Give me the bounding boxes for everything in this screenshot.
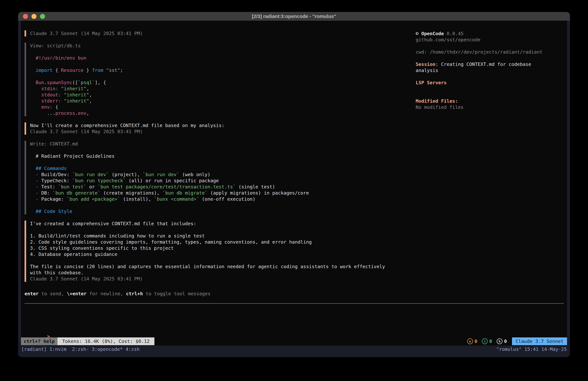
help-chip[interactable]: ctrl+? help: [21, 337, 58, 345]
close-button[interactable]: [23, 14, 28, 19]
chat-line: 3. CSS styling conventions specific to t…: [30, 245, 567, 251]
chat-line: 4. Database operations guidance: [30, 251, 567, 257]
tmux-status-bar: [radiant] 1:nvim 2:zsh- 3:opencode* 4:zs…: [21, 345, 567, 353]
hint-span: enter: [24, 291, 39, 296]
chat-line-span: (project),: [109, 172, 143, 177]
sidebar-line: LSP Servers: [416, 80, 543, 86]
chat-line-span: "inherit": [58, 86, 86, 91]
desktop: { "window": { "title": "[2/3] radiant:3:…: [0, 0, 588, 381]
diagnostic-hint: h0: [497, 338, 507, 344]
chat-line-span: I've created a comprehensive CONTEXT.md …: [30, 221, 196, 226]
tmux-window-list[interactable]: [radiant] 1:nvim 2:zsh- 3:opencode* 4:zs…: [21, 346, 140, 352]
hint-span: for newline,: [86, 291, 126, 296]
info-count: 0: [489, 338, 492, 344]
sidebar-line-span: github.com/sst/opencode: [416, 37, 481, 43]
chat-line-span: from: [92, 67, 103, 73]
chat-line: - Test: `bun test` or `bun test packages…: [30, 184, 567, 190]
sidebar-line-span: LSP Servers: [416, 80, 447, 85]
chat-line-span: View: script/db.ts: [30, 43, 81, 48]
chat-line-span: stderr: [30, 98, 58, 104]
sidebar-line: [416, 86, 543, 92]
prompt-input[interactable]: [21, 304, 567, 337]
chat-line-span: `bun add <package>`: [67, 196, 120, 202]
chat-line-span: import: [30, 67, 53, 73]
hint-span: to toggle tool messages: [143, 291, 210, 296]
sidebar-line: analysis: [416, 67, 543, 73]
chat-line-span: #!/usr/bin/env bun: [30, 55, 86, 61]
tool-message-block: Write: CONTEXT.md # Radiant Project Guid…: [24, 141, 567, 214]
chat-line-span: 3. CSS styling conventions specific to t…: [30, 246, 174, 251]
tokens-cost-chip: Tokens: 16.4K (8%), Cost: $0.12: [58, 337, 154, 345]
chat-line-span: :: [50, 104, 52, 110]
model-chip[interactable]: Claude 3.7 Sonnet: [512, 337, 567, 345]
chat-line-span: ,: [86, 111, 89, 116]
sidebar-line-span: © OpenCode: [416, 31, 444, 36]
chat-line: - DB: `bun db generate` (create migratio…: [30, 190, 567, 196]
chat-line-span: `bun run typecheck`: [72, 178, 126, 183]
sidebar-line: © OpenCode 0.0.45: [416, 30, 543, 37]
chat-line-span: `bun run dev`: [143, 172, 179, 177]
chat-line: Write: CONTEXT.md: [30, 141, 567, 147]
chat-line-span: spawnSync: [47, 80, 72, 85]
chat-line-span: :: [58, 92, 61, 97]
chat-line-span: {: [53, 104, 58, 110]
chat-line-span: .: [44, 80, 47, 85]
chat-line: with this codebase.: [30, 269, 567, 276]
hint-count: 0: [504, 338, 507, 344]
chat-line: [30, 227, 567, 233]
chat-line-span: env: [30, 104, 50, 110]
terminal-body: Claude 3.7 Sonnet (14 May 2025 03:41 PM)…: [18, 21, 570, 357]
chat-line-span: "inherit": [61, 92, 89, 97]
sidebar-line: Session: Creating CONTEXT.md for codebas…: [416, 61, 543, 67]
chat-line: [30, 202, 567, 208]
chat-line-span: Claude 3.7 Sonnet (14 May 2025 03:41 PM): [30, 31, 143, 36]
zoom-button[interactable]: [40, 14, 45, 19]
chat-line-span: Bun: [30, 80, 44, 85]
chat-line-span: env: [78, 111, 86, 116]
minimize-button[interactable]: [31, 14, 37, 19]
chat-line-span: process: [55, 111, 75, 116]
chat-line-span: -: [30, 178, 41, 183]
chat-line-span: :: [58, 98, 61, 104]
chat-line-span: Claude 3.7 Sonnet (14 May 2025 03:41 PM): [30, 276, 143, 282]
sidebar-line-span: No modified files: [416, 104, 463, 110]
window-title: [2/3] radiant:3:opencode - "romulus": [252, 14, 336, 19]
session-sidebar: © OpenCode 0.0.45github.com/sst/opencode…: [416, 30, 543, 110]
chat-line-span: Package:: [41, 196, 67, 202]
diagnostic-warning: w0: [467, 338, 477, 344]
chat-line: - Package: `bun add <package>` (install)…: [30, 196, 567, 202]
chat-line-span: Test:: [41, 184, 58, 190]
chat-line-span: ], {: [95, 80, 106, 85]
chat-line-span: The file is concise (20 lines) and captu…: [30, 264, 385, 269]
hint-span: \+enter: [67, 291, 86, 296]
chat-line-span: or: [86, 184, 98, 190]
window-titlebar[interactable]: [2/3] radiant:3:opencode - "romulus": [18, 12, 570, 21]
chat-line: - Build/Dev: `bun run dev` (project), `b…: [30, 171, 567, 178]
diagnostic-info: i0: [482, 338, 492, 344]
hint-span: to send,: [39, 291, 67, 296]
chat-line-span: ## Commands: [30, 166, 67, 171]
sidebar-line: [416, 55, 543, 61]
hint-icon: h: [497, 338, 503, 344]
chat-line-span: -: [30, 172, 41, 177]
sidebar-line: cwd: /home/thdxr/dev/projects/radiant/ra…: [416, 49, 543, 55]
warning-icon: w: [467, 338, 473, 344]
chat-line-span: DB:: [41, 190, 53, 196]
chat-line-span: `bun db migrate`: [163, 190, 208, 196]
chat-line-span: Write: CONTEXT.md: [30, 141, 78, 147]
chat-line-span: (one-off execution): [199, 196, 255, 202]
assistant-message-block: Now I'll create a comprehensive CONTEXT.…: [24, 122, 567, 135]
info-icon: i: [482, 338, 488, 344]
sidebar-line: [416, 43, 543, 49]
chat-line-span: `bun db generate`: [53, 190, 101, 196]
chat-line-span: -: [30, 196, 41, 202]
chat-line-span: `bunx <command>`: [154, 196, 199, 202]
chat-line-span: -: [30, 190, 41, 196]
chat-line-span: (web only): [179, 172, 210, 177]
chat-line: ## Commands: [30, 165, 567, 171]
chat-line-span: with this codebase.: [30, 270, 84, 275]
chat-line-span: (create migrations),: [101, 190, 163, 196]
chat-line-span: "sst": [103, 67, 120, 73]
chat-line-span: ,: [86, 86, 89, 91]
chat-line-span: }: [84, 67, 92, 73]
